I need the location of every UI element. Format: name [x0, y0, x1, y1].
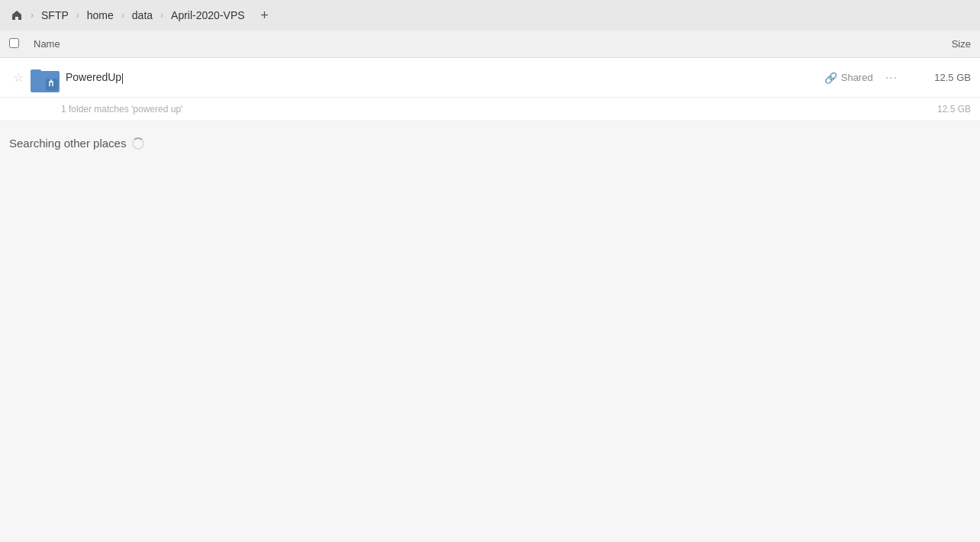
column-header: Name Size: [0, 31, 980, 58]
star-icon[interactable]: ☆: [9, 70, 27, 85]
breadcrumb-sep-1: ›: [76, 10, 79, 21]
other-places-label: Searching other places: [9, 137, 126, 150]
link-icon: 🔗: [824, 72, 837, 84]
folder-icon-container: [31, 64, 58, 92]
name-column-header: Name: [34, 38, 895, 50]
other-places-section: Searching other places: [0, 121, 980, 157]
breadcrumb-sep-2: ›: [121, 10, 124, 21]
loading-spinner: [132, 137, 144, 150]
file-size: 12.5 GB: [910, 72, 971, 83]
breadcrumb-home[interactable]: home: [84, 8, 117, 23]
match-text: 1 folder matches 'powered up': [61, 104, 182, 115]
select-all-input[interactable]: [9, 38, 19, 48]
match-size: 12.5 GB: [937, 104, 971, 115]
titlebar: › SFTP › home › data › April-2020-VPS +: [0, 0, 980, 31]
home-icon[interactable]: [8, 6, 26, 24]
breadcrumb-april-2020-vps[interactable]: April-2020-VPS: [168, 8, 248, 23]
breadcrumb-sep-3: ›: [160, 10, 163, 21]
breadcrumb-sftp[interactable]: SFTP: [38, 8, 72, 23]
size-column-header: Size: [895, 38, 971, 50]
svg-rect-2: [46, 79, 58, 91]
text-cursor: [122, 73, 123, 84]
svg-rect-1: [31, 69, 41, 76]
file-name: PoweredUp: [66, 71, 824, 83]
breadcrumb-sep-0: ›: [31, 10, 34, 21]
shared-label: Shared: [841, 72, 873, 83]
match-info-row: 1 folder matches 'powered up' 12.5 GB: [0, 98, 980, 121]
more-options-button[interactable]: ···: [885, 71, 898, 85]
select-all-checkbox[interactable]: [9, 38, 27, 50]
add-button[interactable]: +: [254, 5, 276, 26]
shared-badge: 🔗 Shared: [824, 72, 873, 84]
breadcrumb-data[interactable]: data: [129, 8, 156, 23]
file-row[interactable]: ☆ PoweredUp 🔗 Shared ··· 12.5 GB: [0, 58, 980, 98]
